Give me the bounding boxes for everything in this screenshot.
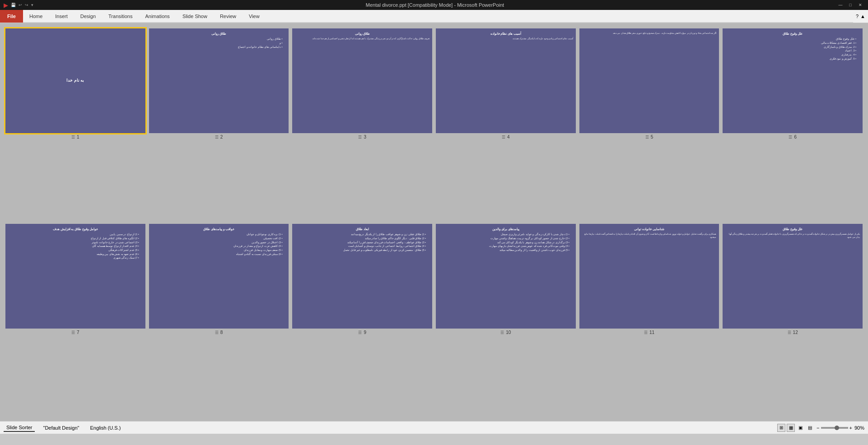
slide-number-7: ☰7 [71,330,79,335]
slide-2[interactable]: طلاق روانی طلاق روانیودایناسانی های نظام… [149,28,289,133]
slide-sorter-view: به نام خدا ☰1 طلاق روانی طلاق روانیوداین… [0,23,868,421]
ribbon-tab-insert[interactable]: Insert [49,10,74,22]
zoom-out-btn[interactable]: − [817,425,819,431]
slide-1[interactable]: به نام خدا [5,28,145,133]
qat-save[interactable]: 💾 [11,3,16,7]
zoom-slider[interactable] [821,427,848,429]
slide-thumb: علل وقوع طلاق یکی از عوامل همسرگریزی بیش… [723,224,863,416]
slide-6[interactable]: علل وقوع طلاق علل وقوع طلاق1. فقر اقتصاد… [723,28,863,133]
slide-sorter-btn[interactable]: Slide Sorter [4,424,35,432]
slide-thumb: ابعاد طلاق 1) طلاق عقلی: زن و شوهر عواقب… [292,224,432,416]
slideshow-view-icon[interactable]: ▤ [806,424,814,432]
slide-thumb: عواقب و پیامدهای طلاق 1) بزه کاری نوجوان… [149,224,289,416]
slide-number-1: ☰1 [71,134,79,139]
normal-view-icon[interactable]: ⊞ [777,424,785,432]
default-design-btn[interactable]: "Default Design" [40,424,82,432]
slide-number-6: ☰6 [789,134,797,139]
slide-11[interactable]: شناسایی خانواده توانی همکاری برای برگشت … [579,224,719,329]
slide-10[interactable]: پیامدهای برای والدین 1) دچار شدن با کارک… [436,224,576,329]
slide-5[interactable]: اگر چه اجتماعی بقاء و تو زنان در موارد ک… [579,28,719,133]
slide-thumb: علل وقوع طلاق علل وقوع طلاق1. فقر اقتصاد… [723,28,863,220]
ribbon-tab-transitions[interactable]: Transitions [102,10,139,22]
slide-thumb: پیامدهای برای والدین 1) دچار شدن با کارک… [436,224,576,416]
ribbon-help[interactable]: ? [856,14,859,19]
slide-thumb: آسیب های نظام خانواده آسیب های اجتماعی ز… [436,28,576,220]
slide-thumb: طلاق روانی طلاق روانیودایناسانی های نظام… [149,28,289,220]
file-tab[interactable]: File [0,10,23,23]
slide-sorter-icon[interactable]: ▦ [787,424,795,432]
view-icons: ⊞ ▦ ▣ ▤ [777,424,814,432]
slide-number-5: ☰5 [645,134,653,139]
maximize-button[interactable]: □ [846,2,854,8]
slide-thumb: طلاق روانی تعریف طلاق روانی: حالت ناسازگ… [292,28,432,220]
slide-number-11: ☰11 [644,330,654,335]
slide-4[interactable]: آسیب های نظام خانواده آسیب های اجتماعی ز… [436,28,576,133]
zoom-level[interactable]: 90% [854,425,864,431]
title-bar: ▶ 💾 ↩ ↪ ▾ Mental divorce.ppt [Compatibil… [0,0,868,10]
slide-12[interactable]: علل وقوع طلاق یکی از عوامل همسرگریزی بیش… [723,224,863,329]
ribbon-tab-design[interactable]: Design [74,10,102,22]
slide-thumb: شناسایی خانواده توانی همکاری برای برگشت … [579,224,719,416]
slide-number-3: ☰3 [358,134,366,139]
slide-8[interactable]: عواقب و پیامدهای طلاق 1) بزه کاری نوجوان… [149,224,289,329]
minimize-button[interactable]: — [836,2,845,8]
close-button[interactable]: ✕ [856,2,864,8]
language-btn[interactable]: English (U.S.) [87,424,123,432]
slide-thumb: عوامل وقوع طلاق به افزایش هدف 1) ازدواج … [5,224,145,416]
ribbon-collapse[interactable]: ▲ [860,14,865,19]
qat-undo[interactable]: ↩ [19,3,22,7]
slide-3[interactable]: طلاق روانی تعریف طلاق روانی: حالت ناسازگ… [292,28,432,133]
slide-7[interactable]: عوامل وقوع طلاق به افزایش هدف 1) ازدواج … [5,224,145,329]
qat-redo[interactable]: ↪ [25,3,28,7]
ribbon-tab-animations[interactable]: Animations [139,10,176,22]
slide-thumb: به نام خدا ☰1 [5,28,145,220]
status-bar: Slide Sorter "Default Design" English (U… [0,421,868,434]
reading-view-icon[interactable]: ▣ [796,424,804,432]
slide-thumb: اگر چه اجتماعی بقاء و تو زنان در موارد ک… [579,28,719,220]
slide-number-2: ☰2 [215,134,223,139]
ribbon-tab-review[interactable]: Review [214,10,243,22]
slide-number-10: ☰10 [500,330,511,335]
slide-number-8: ☰8 [215,330,223,335]
zoom-area: − + 90% [817,425,864,431]
slide-number-12: ☰12 [788,330,798,335]
ribbon-tab-view[interactable]: View [243,10,266,22]
app-icon: ▶ [4,2,8,9]
slide-number-9: ☰9 [358,330,366,335]
window-title: Mental divorce.ppt [Compatibility Mode] … [33,2,836,8]
ribbon-tab-slideshow[interactable]: Slide Show [176,10,214,22]
zoom-in-btn[interactable]: + [849,425,852,431]
slide-9[interactable]: ابعاد طلاق 1) طلاق عقلی: زن و شوهر عواقب… [292,224,432,329]
slide-number-4: ☰4 [502,134,510,139]
ribbon-tab-home[interactable]: Home [23,10,49,22]
